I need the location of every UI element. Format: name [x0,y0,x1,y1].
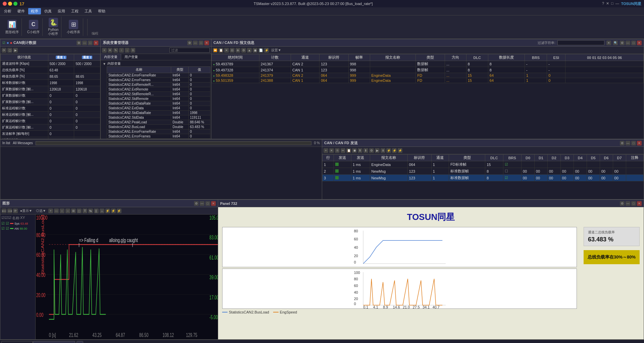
canfd-filter-input[interactable] [557,40,604,45]
send-tb-stop2[interactable]: ⏸ [381,148,385,153]
menu-simulate[interactable]: 仿真 [42,8,54,14]
canfd-tb-btn8[interactable]: ◼ [253,48,257,53]
tab-add-button[interactable]: + [77,341,83,343]
sysvar-minimize-btn[interactable]: — [193,41,198,45]
send-tb-light3[interactable]: ⚡ [398,148,402,153]
can-stats-tb-btn3[interactable]: ▶ [13,48,18,53]
canfd-tb-btn5[interactable]: ⊕ [236,48,240,53]
graph-tb-forward[interactable]: ⟶ [7,209,12,213]
graph-controls[interactable]: ⚙ — □ ✕ [194,201,216,206]
panel732-expand-btn[interactable]: □ [631,201,636,206]
graph-tb9[interactable]: ⊞ [71,209,76,213]
can-stats-tb-btn2[interactable]: ◻ [7,48,12,53]
graph-tb15[interactable]: ⚡ [105,209,110,213]
can-stats-expand-btn[interactable]: □ [88,41,93,45]
sysvar-tab-internal[interactable]: 内部变量 [101,54,121,60]
toolbar-python-program[interactable]: 🐍 Python小程序 [45,16,61,38]
graph-tb8[interactable]: ↔ [65,209,70,213]
can-stats-controls[interactable]: ⚙ — □ ✕ [77,41,98,45]
graph-minimize-btn[interactable]: — [200,201,204,206]
send-tb-play[interactable]: ▶ [375,148,380,153]
panel732-controls[interactable]: ⚙ — □ ✕ [620,201,642,206]
graph-tb13[interactable]: ∥ [94,209,99,213]
toolbar-mini-library[interactable]: ⊞ 小程序库 [64,18,83,36]
graph-tb11[interactable]: ⧖ [83,209,87,213]
send-tb-cut[interactable]: ✂ [341,148,345,153]
legend-cb4[interactable]: ☑ [6,226,9,231]
sysvar-close-btn[interactable]: ✕ [204,41,209,45]
canfd-tb-btn2[interactable]: 📋 [218,48,223,53]
send-tb-import[interactable]: ⬆ [358,148,362,153]
sysvar-tb-down[interactable]: ↓ [125,48,130,53]
tab-workspace[interactable]: ⊞ Workspace [1,341,33,343]
sysvar-tb-up[interactable]: ↑ [119,48,124,53]
canfd-expand-btn[interactable]: □ [631,41,636,45]
send-settings-btn[interactable]: ⚙ [620,141,625,146]
minimize-button[interactable] [8,2,12,6]
can-stats-checkbox[interactable]: ☑ [2,41,5,45]
graph-tb10[interactable]: ◻ [77,209,82,213]
graph-close-btn[interactable]: ✕ [211,201,216,206]
sysvar-filter-input[interactable] [169,48,210,53]
canfd-filter-apply[interactable]: 🔍 [613,41,618,45]
send-tb-paste[interactable]: 📋 [346,148,351,153]
sysvar-settings-btn[interactable]: ⚙ [187,41,192,45]
send-tb-stop[interactable]: ⏹ [352,148,357,153]
can-stats-close-btn[interactable]: ✕ [94,41,98,45]
send-close-btn[interactable]: ✕ [637,141,642,146]
canfd-close-btn[interactable]: ✕ [637,41,642,45]
menu-help[interactable]: 帮助 [95,8,108,14]
canfd-minimize-btn[interactable]: — [626,41,630,45]
canfd-settings-btn[interactable]: ⚙ [620,41,625,45]
sysvar-tb-edit[interactable]: ✎ [113,48,118,53]
canfd-tb-btn4[interactable]: ⊟ [230,48,235,53]
tab-cminiprogram[interactable]: C C_Miniprogram ✕ [33,341,75,343]
sysvar-tb-add[interactable]: + [102,48,107,53]
graph-sub-btn[interactable]: — [54,209,59,213]
send-tb-del[interactable]: ✕ [329,148,334,153]
send-minimize-btn[interactable]: — [626,141,630,146]
titlebar-minimize-icon[interactable]: — [615,1,619,6]
canfd-recv-controls[interactable]: ⚙ — □ ✕ [620,41,642,45]
canfd-tb-btn10[interactable]: ⚡ [264,48,269,53]
close-button[interactable] [3,2,7,6]
graph-add-btn[interactable]: + [48,209,53,213]
menu-program[interactable]: 程序 [28,8,41,14]
window-controls[interactable] [3,2,17,6]
legend-cb2[interactable]: ☑ [6,221,9,226]
send-tb-light2[interactable]: ⚡ [392,148,397,153]
graph-tb16[interactable]: ⚡ [111,209,116,213]
panel732-minimize-btn[interactable]: — [626,201,630,206]
sysvar-tab-user[interactable]: 用户变量 [121,54,141,60]
graph-settings-btn[interactable]: ⚙ [194,201,199,206]
graph-expand-btn[interactable]: □ [205,201,210,206]
toolbar-c-program[interactable]: C C小程序 [24,18,43,36]
titlebar-close-icon[interactable]: ✕ [606,1,609,6]
sysvar-controls[interactable]: ⚙ — □ ✕ [187,41,209,45]
panel732-settings-btn[interactable]: ⚙ [620,201,625,206]
send-tb-light1[interactable]: ⚡ [386,148,391,153]
legend-cb3[interactable]: ☑ [1,226,5,231]
canfd-filter-clear[interactable]: ✕ [606,41,611,45]
panel732-close-btn[interactable]: ✕ [637,201,642,206]
titlebar-maximize-icon[interactable]: □ [611,1,613,6]
menu-project[interactable]: 工程 [68,8,81,14]
graph-select-btn[interactable]: ◎选▼ [35,209,47,213]
sysvar-tb-copy[interactable]: ⎘ [131,48,135,53]
send-controls[interactable]: ⚙ — □ ✕ [620,141,642,146]
canfd-tb-btn3[interactable]: ✕ [224,48,229,53]
canfd-settings-label[interactable]: 设置▼ [270,48,283,53]
sysvar-expand-btn[interactable]: □ [199,41,203,45]
canfd-tb-btn9[interactable]: 📄 [258,48,263,53]
sysvar-tree-root[interactable]: ▼ 内部变量 [101,61,210,66]
maximize-button[interactable] [13,2,17,6]
send-tb-copy[interactable]: ⎘ [335,148,340,153]
send-tb-add[interactable]: + [324,148,328,153]
canfd-tb-btn1[interactable]: ⏩ [213,48,217,53]
can-stats-tb-btn1[interactable]: ⟳ [2,48,6,53]
graph-tb-back[interactable]: ⟵ [2,209,6,213]
menu-analyze[interactable]: 分析 [1,8,14,14]
menu-app[interactable]: 应用 [55,8,68,14]
can-stats-settings-btn[interactable]: ⚙ [77,41,81,45]
graph-tb-refresh[interactable]: ⟳ [13,209,18,213]
